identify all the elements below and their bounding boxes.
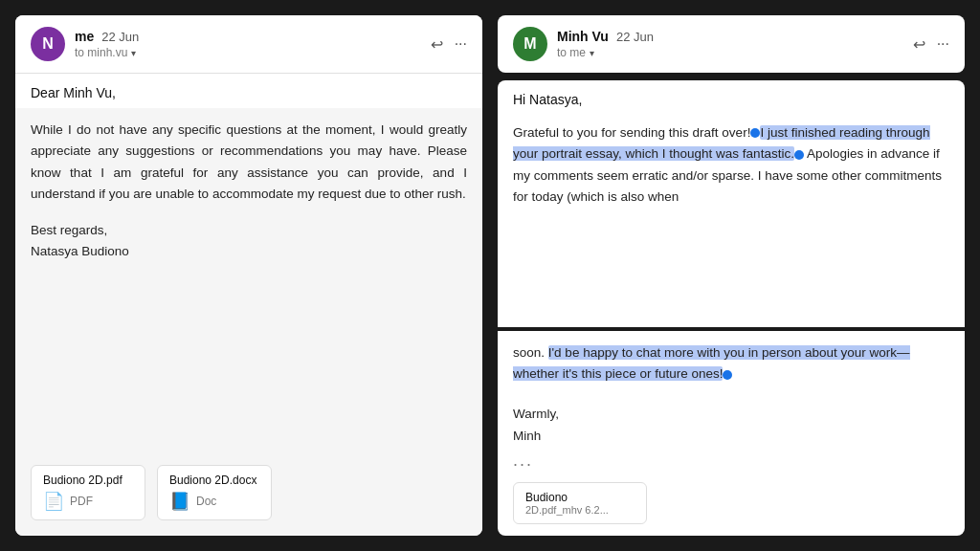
right-greeting: Hi Natasya, [498,80,965,111]
right-email-body-container: Hi Natasya, Grateful to you for sending … [498,80,965,536]
right-recipient: to me [557,46,586,59]
right-sender-date: 22 Jun [616,30,654,44]
docx-icon: 📘 [169,491,190,512]
attachment-pdf[interactable]: Budiono 2D.pdf 📄 PDF [31,465,145,520]
left-recipient-chevron-icon[interactable]: ▾ [131,48,136,58]
selection-dot-mid [794,150,804,160]
left-reply-icon[interactable]: ↩ [431,35,443,54]
left-email-body: While I do not have any specific questio… [15,108,482,450]
right-email-header: M Minh Vu 22 Jun to me ▾ ↩ ··· [498,15,965,73]
pdf-icon: 📄 [43,491,64,512]
right-recipient-chevron-icon[interactable]: ▾ [590,48,594,58]
attachment-docx-name: Budiono 2D.docx [169,474,259,487]
left-body-text: While I do not have any specific questio… [31,120,467,205]
right-ellipsis[interactable]: ··· [498,451,965,482]
left-email-header: N me 22 Jun to minh.vu ▾ ↩ ··· [15,15,482,74]
left-signature: Best regards, Natasya Budiono [31,220,467,263]
left-sender-name: me [75,29,94,44]
left-signature-line2: Natasya Budiono [31,244,129,258]
selection-dot-start [750,128,760,138]
right-attachment-name: Budiono [525,491,635,504]
left-signature-line1: Best regards, [31,223,107,237]
right-body-part2: soon. I'd be happy to chat more with you… [498,331,965,397]
attachment-docx[interactable]: Budiono 2D.docx 📘 Doc [157,465,272,520]
selection-dot-end [723,370,732,380]
right-signature-line2: Minh [513,429,541,443]
right-body-pre1: Grateful to you for sending this draft o… [513,125,750,140]
left-sender-date: 22 Jun [101,30,139,44]
attachment-pdf-name: Budiono 2D.pdf [43,474,133,487]
right-attachment[interactable]: Budiono 2D.pdf_mhv 6.2... [513,482,647,524]
left-avatar: N [31,27,65,61]
right-email-panel: M Minh Vu 22 Jun to me ▾ ↩ ··· Hi Natasy… [498,15,965,536]
left-greeting: Dear Minh Vu, [15,74,482,108]
right-header-actions: ↩ ··· [913,35,949,54]
left-more-icon[interactable]: ··· [455,35,467,53]
left-email-panel: N me 22 Jun to minh.vu ▾ ↩ ··· Dear Minh… [15,15,482,536]
left-recipient: to minh.vu [75,46,127,59]
left-sender-info: me 22 Jun to minh.vu ▾ [75,29,421,59]
right-signature-line1: Warmly, [513,407,559,421]
attachment-pdf-type: PDF [70,495,93,508]
left-attachments: Budiono 2D.pdf 📄 PDF Budiono 2D.docx 📘 D… [15,450,482,536]
attachment-docx-type: Doc [196,495,216,508]
right-avatar: M [513,27,547,61]
right-signature: Warmly, Minh [498,396,965,451]
right-attachment-sub: 2D.pdf_mhv 6.2... [525,504,635,516]
right-reply-icon[interactable]: ↩ [913,35,925,54]
right-body-part1: Grateful to you for sending this draft o… [498,111,965,327]
right-sender-name: Minh Vu [557,29,609,44]
right-more-icon[interactable]: ··· [937,35,949,53]
left-header-actions: ↩ ··· [431,35,467,54]
right-sender-info: Minh Vu 22 Jun to me ▾ [557,29,903,59]
right-body-pre2: soon. [513,345,548,360]
right-body-highlight2: I'd be happy to chat more with you in pe… [513,345,910,381]
